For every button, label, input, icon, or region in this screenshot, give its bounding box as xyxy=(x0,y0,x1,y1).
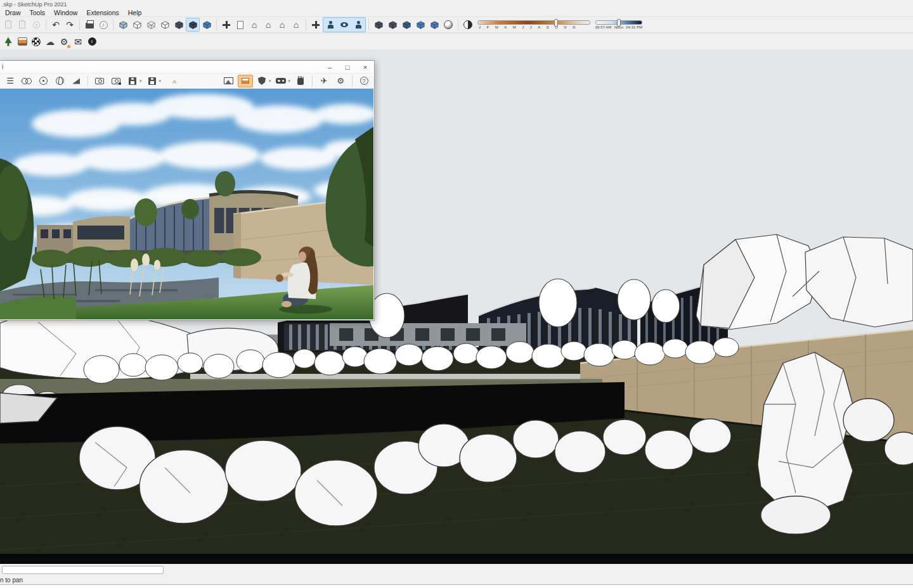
maximize-button[interactable]: □ xyxy=(339,61,356,73)
menubar: Draw Tools Window Extensions Help xyxy=(0,8,913,16)
time-start-label: 06:57 AM xyxy=(595,25,611,29)
time-end-label: 04:31 PM xyxy=(626,25,642,29)
vegetation-tree-icon[interactable] xyxy=(1,35,15,49)
menu-tools[interactable]: Tools xyxy=(30,9,46,16)
look-around-icon[interactable] xyxy=(337,18,351,32)
section-display-icon[interactable] xyxy=(385,18,399,32)
quality-shield-icon[interactable] xyxy=(254,75,269,87)
globe-icon[interactable] xyxy=(52,75,67,87)
settings-gears-icon[interactable]: ⚙ xyxy=(57,35,71,49)
titlebar: .skp - SketchUp Pro 2021 xyxy=(0,0,913,8)
render-settings-gear-icon[interactable]: ⚙ xyxy=(333,75,348,87)
style-backedges-icon[interactable] xyxy=(130,18,144,32)
main-toolbar: ↶ ↷ i ⌂ ⌂ ⌂ ⌂ JFMAMJJASOND 06:57 AM Noon… xyxy=(0,16,913,33)
binoculars-icon[interactable] xyxy=(19,75,34,87)
close-button[interactable]: × xyxy=(356,61,374,73)
style-shaded-icon[interactable] xyxy=(172,18,186,32)
scene-list-icon[interactable]: ☰ xyxy=(3,75,18,87)
batch-camera-icon[interactable] xyxy=(108,75,124,87)
lasso-select-icon[interactable] xyxy=(29,18,43,32)
help-icon[interactable]: ? xyxy=(356,75,372,87)
wedge-tool-icon[interactable] xyxy=(68,75,84,87)
render-window-titlebar[interactable]: i – □ × xyxy=(0,61,374,74)
view-front-icon[interactable]: ⌂ xyxy=(275,18,289,32)
viewpoint-pin-icon[interactable] xyxy=(36,75,51,87)
extensions-toolbar: ☁ ⚙ ✉ i xyxy=(0,33,913,49)
screenshot-camera-icon[interactable] xyxy=(92,75,107,87)
style-monochrome-icon[interactable] xyxy=(200,18,214,32)
style-hiddenline-icon[interactable] xyxy=(158,18,172,32)
section-outline-icon[interactable] xyxy=(427,18,441,32)
export-icon[interactable] xyxy=(145,75,160,87)
view-image-icon[interactable] xyxy=(221,75,236,87)
render-sphere-icon[interactable] xyxy=(29,35,43,49)
collaboration-hand-icon[interactable] xyxy=(293,75,308,87)
add-location-icon[interactable] xyxy=(309,18,323,32)
render-view[interactable] xyxy=(0,89,373,319)
shadow-month-labels: JFMAMJJASOND xyxy=(477,25,590,29)
status-hint: n to pan xyxy=(0,577,23,584)
position-camera-icon[interactable] xyxy=(323,18,337,32)
shadow-time-slider[interactable]: 06:57 AM Noon 04:31 PM xyxy=(595,20,642,29)
cloud-icon[interactable]: ☁ xyxy=(43,35,57,49)
style-textured-icon[interactable] xyxy=(186,18,200,32)
mail-icon[interactable]: ✉ xyxy=(71,35,85,49)
status-bar: n to pan xyxy=(0,564,913,588)
redo-icon[interactable]: ↷ xyxy=(63,18,77,32)
model-info-icon[interactable]: i xyxy=(96,18,110,32)
copy-icon[interactable] xyxy=(15,18,29,32)
shadow-date-slider[interactable]: JFMAMJJASOND xyxy=(477,20,590,29)
walk-icon[interactable] xyxy=(351,18,365,32)
style-xray-icon[interactable] xyxy=(116,18,130,32)
render-toolbar: ☰ ▾ ▾ ^ ▾ ▾ ✈ ⚙ ? xyxy=(0,74,374,89)
menu-help[interactable]: Help xyxy=(128,9,142,16)
minimize-button[interactable]: – xyxy=(321,61,339,73)
send-plane-icon[interactable]: ✈ xyxy=(316,75,332,87)
vr-goggles-icon[interactable] xyxy=(273,75,288,87)
view-side-icon[interactable]: ⌂ xyxy=(289,18,303,32)
menu-extensions[interactable]: Extensions xyxy=(86,9,119,16)
view-iso-icon[interactable]: ⌂ xyxy=(247,18,261,32)
terrain-icon[interactable] xyxy=(15,35,29,49)
walkthrough-group xyxy=(323,17,366,32)
print-icon[interactable] xyxy=(82,18,96,32)
about-info-icon[interactable]: i xyxy=(85,35,99,49)
feedback-caret-icon[interactable]: ^ xyxy=(172,79,176,87)
visual-settings-icon[interactable] xyxy=(238,75,253,87)
save-view-icon[interactable] xyxy=(125,75,140,87)
section-plane-icon[interactable] xyxy=(372,18,385,32)
style-wireframe-icon[interactable] xyxy=(144,18,158,32)
undo-icon[interactable]: ↶ xyxy=(49,18,63,32)
pan-icon[interactable] xyxy=(219,18,233,32)
render-window[interactable]: i – □ × ☰ ▾ ▾ ^ ▾ xyxy=(0,60,375,321)
paste-icon[interactable] xyxy=(1,18,15,32)
menu-window[interactable]: Window xyxy=(54,9,77,16)
progress-box[interactable] xyxy=(2,566,164,574)
view-top-icon[interactable]: ⌂ xyxy=(261,18,275,32)
window-title: .skp - SketchUp Pro 2021 xyxy=(2,1,67,8)
render-window-title: i xyxy=(0,63,3,70)
section-fill-icon[interactable] xyxy=(413,18,427,32)
styles-sphere-icon[interactable] xyxy=(441,18,455,32)
shadow-dialog-icon[interactable] xyxy=(461,18,475,32)
menu-draw[interactable]: Draw xyxy=(5,9,21,16)
section-cut-icon[interactable] xyxy=(399,18,413,32)
scene-page-icon[interactable] xyxy=(233,18,247,32)
model-viewport[interactable]: i – □ × ☰ ▾ ▾ ^ ▾ xyxy=(0,49,913,564)
status-bottom-strip xyxy=(0,585,913,588)
